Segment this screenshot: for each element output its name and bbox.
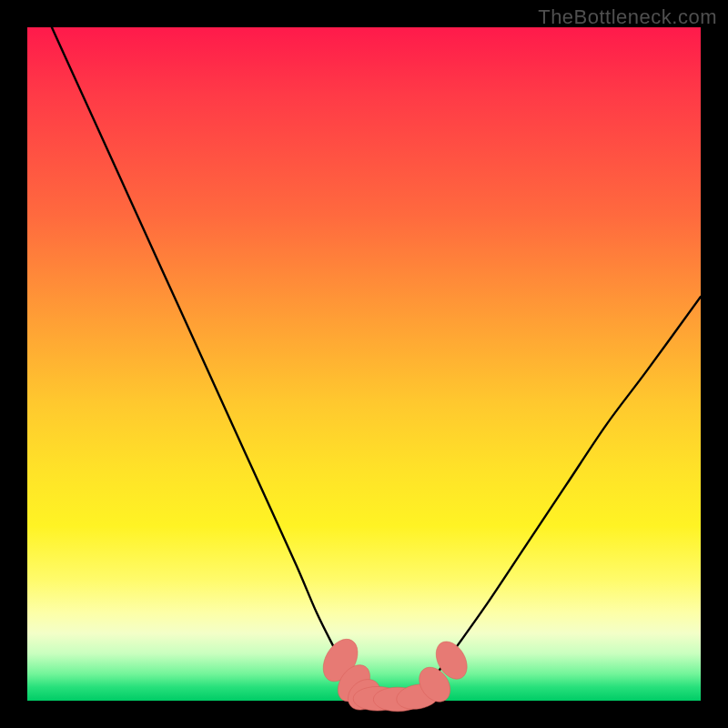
watermark-text: TheBottleneck.com [538, 5, 717, 29]
chart-svg [27, 27, 701, 701]
curve-markers [316, 633, 473, 716]
bottleneck-curve [27, 0, 701, 702]
chart-frame: TheBottleneck.com [0, 0, 728, 728]
chart-plot-area [27, 27, 701, 701]
